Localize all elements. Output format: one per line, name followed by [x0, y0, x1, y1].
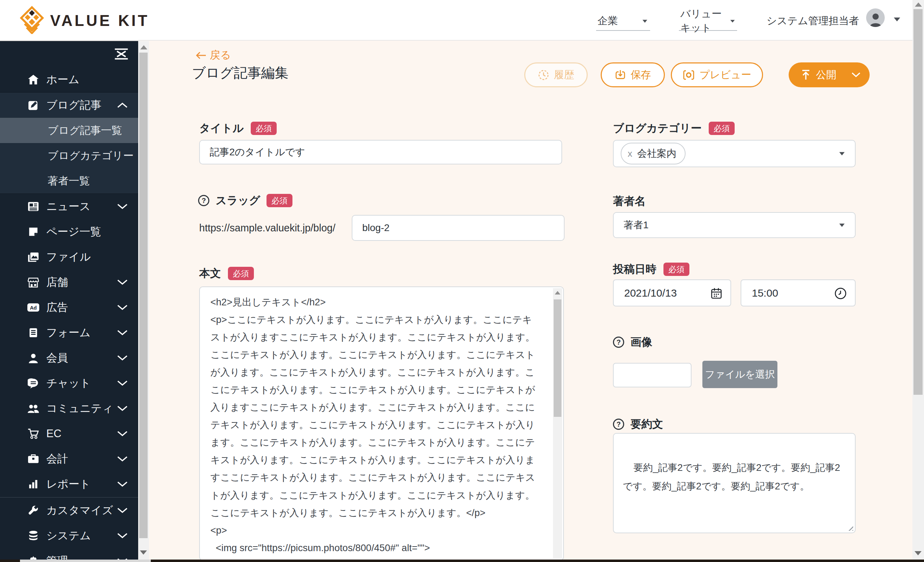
- body-scrollbar[interactable]: [553, 288, 562, 559]
- calendar-icon[interactable]: [710, 287, 723, 300]
- back-link[interactable]: 戻る: [196, 48, 231, 62]
- sidebar-item-store[interactable]: 店舗: [0, 270, 138, 295]
- scroll-down-icon[interactable]: [140, 550, 147, 555]
- chevron-down-icon: [839, 224, 844, 227]
- category-chip[interactable]: x 会社案内: [621, 143, 686, 165]
- chevron-down-icon: [117, 305, 128, 310]
- chevron-down-icon: [117, 204, 128, 209]
- sidebar-item-author-list[interactable]: 著者一覧: [0, 168, 138, 193]
- sidebar-item-home[interactable]: ホーム: [0, 67, 138, 92]
- help-icon[interactable]: ?: [613, 419, 624, 430]
- date-input[interactable]: 2021/10/13: [613, 279, 731, 306]
- chevron-up-icon: [117, 102, 128, 108]
- body-scrollbar-thumb[interactable]: [554, 300, 561, 417]
- slug-input[interactable]: blog-2: [352, 215, 565, 241]
- publish-dropdown-chevron-icon[interactable]: [851, 72, 861, 78]
- wrench-icon: [26, 505, 40, 516]
- history-button[interactable]: 履歴: [524, 62, 588, 87]
- help-icon[interactable]: ?: [613, 337, 624, 348]
- sidebar-item-news[interactable]: ニュース: [0, 194, 138, 219]
- site-select[interactable]: バリューキット: [679, 12, 737, 31]
- sidebar-item-label: レポート: [46, 477, 90, 492]
- sidebar-item-files[interactable]: ファイル: [0, 244, 138, 270]
- body-textarea[interactable]: <h2>見出しテキスト</h2> <p>ここにテキストが入ります。ここにテキスト…: [199, 286, 564, 559]
- sidebar-item-accounting[interactable]: 会計: [0, 446, 138, 472]
- preview-button[interactable]: プレビュー: [671, 62, 763, 87]
- sidebar-item-label: フォーム: [46, 325, 90, 340]
- sidebar-item-label: カスタマイズ: [46, 503, 113, 518]
- body-textarea-value: <h2>見出しテキスト</h2> <p>ここにテキストが入ります。ここにテキスト…: [210, 294, 542, 559]
- sidebar-item-chat[interactable]: チャット: [0, 370, 138, 396]
- back-arrow-icon: [196, 51, 206, 59]
- author-select[interactable]: 著者1: [613, 212, 856, 238]
- sidebar-item-customize[interactable]: カスタマイズ: [0, 498, 138, 523]
- sidebar-item-reports[interactable]: レポート: [0, 472, 138, 497]
- user-menu-chevron-icon[interactable]: [894, 18, 900, 21]
- page-title: ブログ記事編集: [192, 63, 289, 82]
- resize-handle[interactable]: [847, 525, 853, 531]
- logo[interactable]: VALUE KIT: [19, 6, 149, 35]
- sidebar: ホーム ブログ記事 ブログ記事一覧 ブログカテゴリー 著者一覧 ニュース: [0, 41, 138, 559]
- chip-remove-icon[interactable]: x: [628, 148, 632, 159]
- window-scrollbar[interactable]: [912, 0, 924, 559]
- bar-chart-icon: [26, 479, 40, 489]
- gear-icon: [26, 556, 40, 559]
- file-select-button[interactable]: ファイルを選択: [702, 361, 777, 388]
- storefront-icon: [26, 277, 40, 288]
- sidebar-item-blog[interactable]: ブログ記事: [0, 93, 138, 118]
- time-input[interactable]: 15:00: [741, 279, 856, 306]
- sidebar-scrollbar[interactable]: [138, 41, 149, 559]
- required-badge: 必須: [663, 262, 689, 276]
- body-label: 本文: [199, 266, 221, 281]
- avatar[interactable]: [866, 8, 885, 27]
- preview-button-label: プレビュー: [700, 68, 752, 82]
- sidebar-item-label: EC: [46, 427, 62, 440]
- sidebar-item-community[interactable]: コミュニティ: [0, 396, 138, 421]
- chevron-down-icon: [730, 19, 735, 22]
- sidebar-item-pages[interactable]: ページ一覧: [0, 219, 138, 244]
- publish-button[interactable]: 公開: [789, 62, 870, 87]
- bottom-edge-bar: [0, 559, 924, 562]
- sidebar-item-label: ファイル: [46, 250, 91, 264]
- required-badge: 必須: [267, 194, 292, 207]
- person-icon: [867, 11, 884, 27]
- company-select[interactable]: 企業: [596, 12, 650, 31]
- chevron-down-icon: [117, 406, 128, 411]
- window-scrollbar-thumb[interactable]: [914, 9, 922, 395]
- site-select-value: バリューキット: [680, 7, 727, 35]
- main-content: 戻る ブログ記事編集 履歴 保存 プレビュー 公開: [149, 41, 912, 559]
- sidebar-item-forms[interactable]: フォーム: [0, 320, 138, 345]
- sidebar-item-label: チャット: [46, 376, 91, 391]
- sidebar-item-label: ページ一覧: [46, 224, 101, 239]
- scroll-up-icon[interactable]: [555, 291, 560, 295]
- sidebar-item-ec[interactable]: EC: [0, 421, 138, 446]
- svg-text:Ad: Ad: [30, 305, 37, 311]
- chevron-down-icon: [117, 279, 128, 285]
- publish-button-main[interactable]: 公開: [801, 68, 836, 82]
- save-button[interactable]: 保存: [601, 62, 665, 87]
- scroll-down-icon[interactable]: [915, 551, 921, 555]
- help-icon[interactable]: ?: [198, 195, 209, 206]
- sidebar-item-ads[interactable]: Ad 広告: [0, 295, 138, 320]
- sidebar-item-members[interactable]: 会員: [0, 345, 138, 370]
- slug-input-value: blog-2: [352, 222, 390, 234]
- sidebar-scrollbar-thumb[interactable]: [139, 52, 148, 538]
- summary-textarea[interactable]: 要約_記事2です。要約_記事2です。要約_記事2です。要約_記事2です。要約_記…: [613, 433, 856, 533]
- chevron-down-icon: [117, 533, 128, 538]
- image-preview-box: [613, 363, 692, 387]
- sidebar-item-system[interactable]: システム: [0, 523, 138, 549]
- title-input[interactable]: 記事2のタイトルです: [199, 140, 562, 165]
- clock-icon[interactable]: [834, 287, 847, 300]
- category-select[interactable]: x 会社案内: [613, 140, 856, 167]
- sidebar-collapse-button[interactable]: [0, 41, 138, 67]
- chevron-down-icon: [642, 19, 647, 22]
- sidebar-item-blog-category[interactable]: ブログカテゴリー: [0, 143, 138, 168]
- sidebar-item-label: 著者一覧: [48, 174, 90, 188]
- chat-bubble-icon: [26, 378, 40, 388]
- scroll-up-icon[interactable]: [140, 45, 147, 49]
- sidebar-item-blog-list[interactable]: ブログ記事一覧: [0, 118, 138, 143]
- chevron-down-icon: [117, 456, 128, 462]
- sidebar-item-admin[interactable]: 管理: [0, 549, 138, 559]
- scroll-up-icon[interactable]: [915, 3, 922, 7]
- title-label: タイトル: [199, 121, 244, 136]
